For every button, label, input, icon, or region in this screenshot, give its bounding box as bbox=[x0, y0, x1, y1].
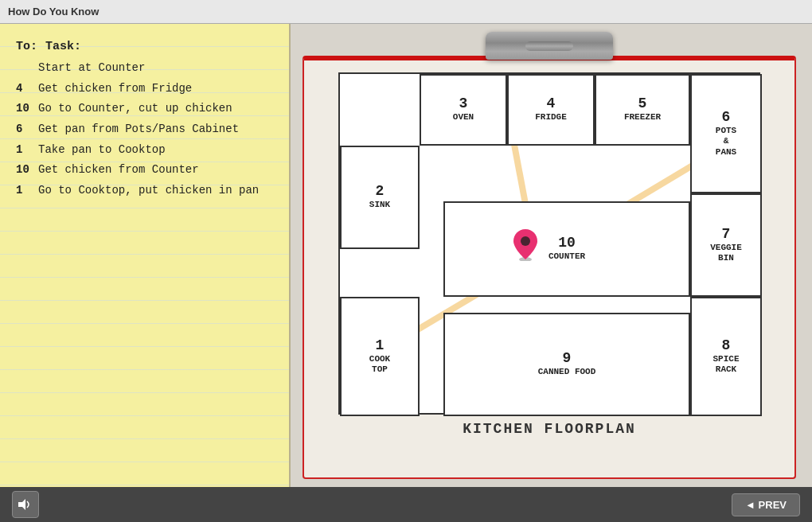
row-task: Get pan from Pots/Pans Cabinet bbox=[38, 121, 277, 138]
row-task: Get chicken from Fridge bbox=[38, 80, 277, 98]
svg-point-4 bbox=[521, 236, 530, 246]
room-spice-rack: 8 SPICERACK bbox=[690, 297, 762, 416]
floorplan-container: 3 OVEN 4 FRIDGE 5 FREEZER bbox=[316, 72, 783, 466]
clipboard-board: 3 OVEN 4 FRIDGE 5 FREEZER bbox=[303, 56, 796, 479]
room-counter: 10 COUNTER bbox=[443, 201, 690, 297]
row-task: Start at Counter bbox=[38, 60, 277, 77]
row-task: Go to Cooktop, put chicken in pan bbox=[38, 182, 277, 200]
row-task: Take pan to Cooktop bbox=[38, 142, 277, 159]
notepad-row: 1Go to Cooktop, put chicken in pan bbox=[16, 182, 277, 200]
title-bar: How Do You Know bbox=[0, 0, 812, 24]
room-oven: 3 OVEN bbox=[420, 74, 507, 146]
row-number: 4 bbox=[16, 80, 38, 98]
notepad-row: 1Take pan to Cooktop bbox=[16, 142, 277, 159]
notepad-row: 10Go to Counter, cut up chicken bbox=[16, 100, 277, 118]
room-sink: 2 SINK bbox=[340, 146, 420, 249]
row-number: 6 bbox=[16, 121, 38, 138]
room-pots-pans: 6 POTS&PANS bbox=[690, 74, 762, 193]
sound-button[interactable] bbox=[12, 491, 39, 518]
notepad-panel: To: Task: Start at Counter4Get chicken f… bbox=[0, 24, 291, 487]
notepad-content: To: Task: Start at Counter4Get chicken f… bbox=[16, 40, 277, 200]
prev-button[interactable]: ◄ PREV bbox=[732, 493, 800, 516]
bottom-toolbar: ◄ PREV bbox=[0, 487, 812, 522]
location-pin bbox=[513, 229, 537, 258]
row-task: Get chicken from Counter bbox=[38, 162, 277, 179]
row-number: 1 bbox=[16, 142, 38, 159]
floorplan-title: KITCHEN FLOORPLAN bbox=[463, 421, 636, 437]
room-canned-food: 9 CANNED FOOD bbox=[443, 313, 690, 416]
window-title: How Do You Know bbox=[8, 6, 99, 18]
row-number: 1 bbox=[16, 182, 38, 200]
floorplan-grid: 3 OVEN 4 FRIDGE 5 FREEZER bbox=[338, 72, 760, 415]
notepad-row: 10Get chicken from Counter bbox=[16, 162, 277, 179]
notepad-row: 4Get chicken from Fridge bbox=[16, 80, 277, 98]
notepad-row: Start at Counter bbox=[16, 60, 277, 77]
row-number: 10 bbox=[16, 162, 38, 179]
row-number: 10 bbox=[16, 100, 38, 118]
room-freezer: 5 FREEZER bbox=[595, 74, 690, 146]
notepad-row: 6Get pan from Pots/Pans Cabinet bbox=[16, 121, 277, 138]
room-cooktop: 1 COOKTOP bbox=[340, 297, 420, 416]
notepad-rows: Start at Counter4Get chicken from Fridge… bbox=[16, 60, 277, 200]
svg-marker-5 bbox=[18, 499, 25, 510]
row-task: Go to Counter, cut up chicken bbox=[38, 100, 277, 118]
main-content: To: Task: Start at Counter4Get chicken f… bbox=[0, 24, 812, 487]
header-task: Task: bbox=[45, 40, 81, 53]
notepad-header: To: Task: bbox=[16, 40, 277, 53]
clipboard-clip bbox=[486, 32, 613, 60]
clipboard-panel: 3 OVEN 4 FRIDGE 5 FREEZER bbox=[291, 24, 812, 487]
room-veggie-bin: 7 VEGGIEBIN bbox=[690, 193, 762, 297]
room-fridge: 4 FRIDGE bbox=[507, 74, 595, 146]
header-to: To: bbox=[16, 40, 37, 53]
